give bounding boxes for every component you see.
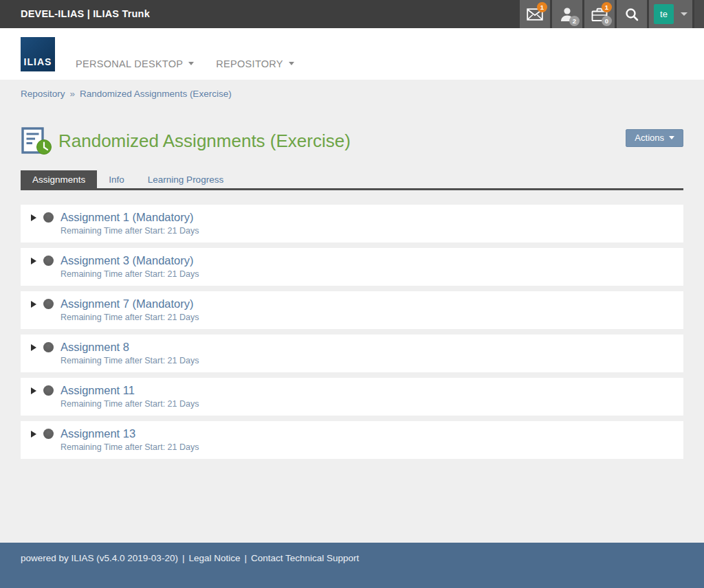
mail-badge: 1 bbox=[537, 2, 547, 12]
assignment-remaining-time: Remaining Time after Start: 21 Days bbox=[60, 442, 675, 452]
expand-toggle-icon[interactable] bbox=[31, 431, 36, 438]
assignment-title-link[interactable]: Assignment 3 (Mandatory) bbox=[60, 254, 194, 267]
status-dot-icon bbox=[43, 429, 54, 439]
assignment-title-link[interactable]: Assignment 13 bbox=[60, 427, 135, 440]
chevron-down-icon bbox=[669, 136, 674, 139]
assignment-row: Assignment 11 Remaining Time after Start… bbox=[21, 378, 683, 416]
top-bar: DEVEL-ILIAS | ILIAS Trunk 1 2 bbox=[0, 0, 704, 28]
breadcrumb: Repository»Randomized Assignments (Exerc… bbox=[21, 80, 683, 99]
actions-button-label: Actions bbox=[635, 133, 664, 143]
search-button[interactable] bbox=[615, 0, 647, 28]
expand-toggle-icon[interactable] bbox=[31, 344, 36, 351]
assignment-remaining-time: Remaining Time after Start: 21 Days bbox=[60, 269, 675, 279]
menu-personal-desktop-label: PERSONAL DESKTOP bbox=[76, 58, 183, 69]
mail-button[interactable]: 1 bbox=[518, 0, 550, 28]
user-avatar[interactable]: te bbox=[654, 4, 674, 24]
page-footer: powered by ILIAS (v5.4.0 2019-03-20)|Leg… bbox=[0, 543, 704, 588]
main-content: Repository»Randomized Assignments (Exerc… bbox=[0, 80, 704, 543]
breadcrumb-separator: » bbox=[70, 89, 76, 99]
search-icon bbox=[624, 7, 639, 22]
chevron-down-icon bbox=[188, 62, 194, 65]
contacts-badge: 2 bbox=[569, 16, 580, 26]
expand-toggle-icon[interactable] bbox=[31, 214, 36, 221]
assignment-row: Assignment 1 (Mandatory) Remaining Time … bbox=[21, 205, 683, 242]
page-title: Randomized Assignments (Exercise) bbox=[58, 131, 351, 152]
assignment-row: Assignment 13 Remaining Time after Start… bbox=[21, 421, 683, 459]
menu-repository-label: REPOSITORY bbox=[216, 58, 283, 69]
menu-personal-desktop[interactable]: PERSONAL DESKTOP bbox=[76, 58, 194, 69]
assignment-remaining-time: Remaining Time after Start: 21 Days bbox=[60, 226, 675, 236]
status-dot-icon bbox=[43, 299, 54, 309]
expand-toggle-icon[interactable] bbox=[31, 387, 36, 394]
workspace-badge-top: 1 bbox=[602, 2, 612, 12]
topbar-actions: 1 2 1 0 bbox=[518, 0, 704, 28]
tab-learning-progress[interactable]: Learning Progress bbox=[136, 170, 235, 188]
chevron-down-icon bbox=[681, 12, 688, 16]
status-dot-icon bbox=[43, 212, 54, 223]
tab-assignments[interactable]: Assignments bbox=[21, 170, 97, 188]
breadcrumb-repository-link[interactable]: Repository bbox=[21, 89, 65, 99]
tab-info[interactable]: Info bbox=[97, 170, 136, 188]
ilias-logo[interactable]: ILIAS bbox=[21, 37, 55, 71]
installation-title: DEVEL-ILIAS | ILIAS Trunk bbox=[0, 0, 150, 28]
exercise-icon bbox=[21, 126, 52, 155]
page-title-row: Randomized Assignments (Exercise) Action… bbox=[21, 126, 683, 155]
contact-support-link[interactable]: Contact Technical Support bbox=[251, 553, 359, 563]
actions-button[interactable]: Actions bbox=[626, 129, 683, 147]
legal-notice-link[interactable]: Legal Notice bbox=[188, 553, 240, 563]
main-menu: PERSONAL DESKTOP REPOSITORY bbox=[76, 58, 294, 69]
powered-by-text: powered by ILIAS (v5.4.0 2019-03-20) bbox=[21, 553, 178, 563]
assignment-remaining-time: Remaining Time after Start: 21 Days bbox=[60, 313, 675, 322]
footer-separator: | bbox=[244, 553, 247, 563]
main-header: ILIAS PERSONAL DESKTOP REPOSITORY bbox=[0, 28, 704, 80]
expand-toggle-icon[interactable] bbox=[31, 301, 36, 308]
workspace-button[interactable]: 1 0 bbox=[582, 0, 615, 28]
status-dot-icon bbox=[43, 256, 54, 266]
assignment-row: Assignment 8 Remaining Time after Start:… bbox=[21, 335, 683, 372]
menu-repository[interactable]: REPOSITORY bbox=[216, 58, 294, 69]
assignment-title-link[interactable]: Assignment 11 bbox=[60, 384, 135, 397]
assignment-title-link[interactable]: Assignment 8 bbox=[60, 341, 129, 354]
topbar-end-spacer bbox=[692, 0, 704, 28]
footer-separator: | bbox=[182, 553, 185, 563]
workspace-badge-bottom: 0 bbox=[602, 16, 612, 26]
contacts-button[interactable]: 2 bbox=[550, 0, 582, 28]
assignment-row: Assignment 7 (Mandatory) Remaining Time … bbox=[21, 291, 683, 329]
assignment-title-link[interactable]: Assignment 1 (Mandatory) bbox=[60, 211, 194, 224]
tab-bar: Assignments Info Learning Progress bbox=[21, 170, 683, 190]
chevron-down-icon bbox=[289, 62, 294, 65]
assignment-remaining-time: Remaining Time after Start: 21 Days bbox=[60, 399, 675, 409]
breadcrumb-current-link[interactable]: Randomized Assignments (Exercise) bbox=[80, 89, 232, 99]
expand-toggle-icon[interactable] bbox=[31, 258, 36, 264]
assignment-list: Assignment 1 (Mandatory) Remaining Time … bbox=[21, 205, 683, 459]
status-dot-icon bbox=[43, 385, 54, 396]
user-menu-button[interactable]: te bbox=[647, 0, 692, 28]
assignment-row: Assignment 3 (Mandatory) Remaining Time … bbox=[21, 248, 683, 286]
assignment-remaining-time: Remaining Time after Start: 21 Days bbox=[60, 356, 675, 365]
status-dot-icon bbox=[43, 342, 54, 352]
assignment-title-link[interactable]: Assignment 7 (Mandatory) bbox=[60, 297, 194, 310]
